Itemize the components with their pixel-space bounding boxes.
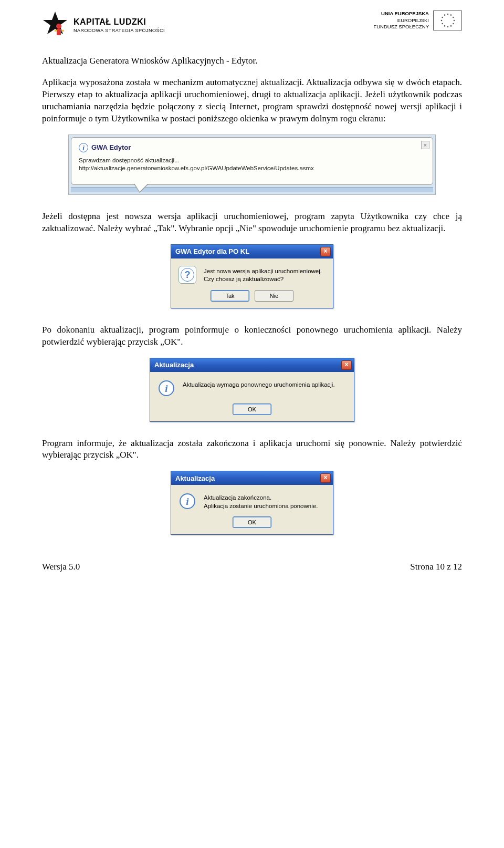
- close-icon[interactable]: ×: [421, 141, 429, 149]
- notification-body: Sprawdzam dostępność aktualizacji... htt…: [79, 157, 425, 173]
- eu-line1: UNIA EUROPEJSKA: [373, 11, 429, 17]
- svg-point-12: [444, 25, 445, 27]
- update-complete-dialog: Aktualizacja × i Aktualizacja zakończona…: [171, 471, 333, 535]
- eu-flag-icon: [433, 11, 462, 30]
- update-confirm-dialog: GWA Edytor dla PO KL × ? Jest nowa wersj…: [171, 244, 333, 308]
- page-header: KAPITAŁ LUDZKI NARODOWA STRATEGIA SPÓJNO…: [42, 11, 462, 39]
- dialog-text: Jest nowa wersja aplikacji uruchomieniow…: [204, 266, 322, 284]
- dialog-title: GWA Edytor dla PO KL: [175, 247, 249, 256]
- logo-eu: UNIA EUROPEJSKA EUROPEJSKI FUNDUSZ SPOŁE…: [373, 11, 462, 30]
- svg-point-5: [447, 14, 448, 15]
- svg-point-11: [447, 26, 448, 28]
- dialog-text: Aktualizacja zakończona. Aplikacja zosta…: [204, 492, 318, 510]
- logo-left-subtitle: NARODOWA STRATEGIA SPÓJNOŚCI: [74, 27, 165, 34]
- svg-rect-3: [55, 30, 57, 32]
- dialog-text: Aktualizacja wymaga ponownego uruchomien…: [183, 379, 335, 389]
- logo-kapital-ludzki: KAPITAŁ LUDZKI NARODOWA STRATEGIA SPÓJNO…: [42, 11, 165, 39]
- logo-left-title: KAPITAŁ LUDZKI: [74, 16, 165, 28]
- svg-point-7: [453, 17, 454, 18]
- ok-button[interactable]: OK: [233, 404, 271, 415]
- svg-rect-4: [61, 30, 64, 32]
- footer-page: Strona 10 z 12: [410, 561, 462, 573]
- svg-point-1: [56, 24, 61, 29]
- section-title: Aktualizacja Generatora Wniosków Aplikac…: [42, 55, 462, 67]
- footer-version: Wersja 5.0: [42, 561, 80, 573]
- eu-line2: EUROPEJSKI: [373, 17, 429, 24]
- svg-point-15: [442, 17, 443, 18]
- page-footer: Wersja 5.0 Strona 10 z 12: [42, 561, 462, 573]
- svg-point-10: [450, 25, 452, 27]
- close-icon[interactable]: ×: [341, 360, 352, 370]
- question-icon: ?: [178, 266, 196, 284]
- close-icon[interactable]: ×: [320, 473, 331, 483]
- dialog-title: Aktualizacja: [154, 360, 194, 370]
- dialog-title: Aktualizacja: [175, 474, 215, 483]
- notification-title: GWA Edytor: [91, 143, 131, 152]
- svg-point-13: [442, 23, 443, 25]
- no-button[interactable]: Nie: [255, 290, 293, 302]
- paragraph-3: Po dokonaniu aktualizacji, program poinf…: [42, 324, 462, 348]
- svg-point-14: [440, 20, 442, 22]
- svg-rect-2: [57, 29, 61, 35]
- star-person-icon: [42, 11, 68, 39]
- restart-required-dialog: Aktualizacja × i Aktualizacja wymaga pon…: [150, 358, 354, 422]
- eu-line3: FUNDUSZ SPOŁECZNY: [373, 24, 429, 30]
- svg-point-8: [453, 20, 455, 22]
- svg-point-16: [444, 14, 445, 16]
- paragraph-2: Jeżeli dostępna jest nowsza wersja aplik…: [42, 211, 462, 235]
- update-check-notification: × i GWA Edytor Sprawdzam dostępność aktu…: [68, 135, 436, 195]
- ok-button[interactable]: OK: [233, 516, 271, 528]
- close-icon[interactable]: ×: [320, 247, 331, 256]
- info-icon: i: [79, 143, 88, 152]
- yes-button[interactable]: Tak: [211, 290, 249, 302]
- paragraph-1: Aplikacja wyposażona została w mechanizm…: [42, 77, 462, 125]
- info-icon: i: [178, 492, 196, 510]
- info-icon: i: [158, 379, 175, 397]
- paragraph-4: Program informuje, że aktualizacja zosta…: [42, 438, 462, 462]
- svg-point-9: [453, 23, 454, 25]
- svg-point-6: [450, 14, 452, 16]
